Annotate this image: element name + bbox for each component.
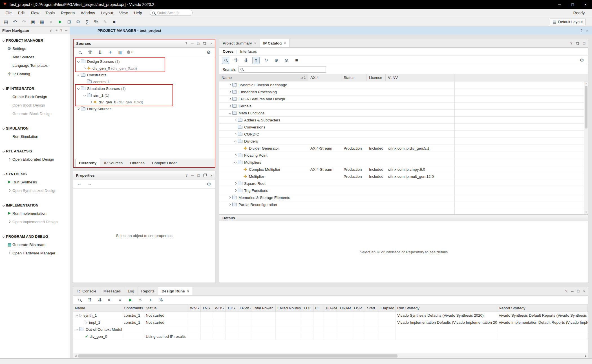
menu-tools[interactable]: Tools [42, 9, 58, 17]
scroll-right-icon[interactable]: ▶ [584, 354, 588, 358]
ip-search-input[interactable] [238, 66, 326, 73]
hierarchy-icon[interactable]: ⋔ [252, 57, 260, 64]
report-icon[interactable]: ▥ [117, 48, 124, 56]
source-tree-item-design-sources[interactable]: Design Sources(1) [74, 58, 215, 65]
expand-all-icon[interactable]: ⇊ [96, 48, 104, 56]
sidebar-menu-icon[interactable]: ≡ [56, 28, 58, 32]
chevron-right-icon[interactable] [233, 119, 238, 121]
ip-catalog-vertical-scrollbar[interactable]: ▲ ▼ [584, 81, 588, 214]
flow-section-header-ip-integrator[interactable]: IP INTEGRATOR [0, 85, 70, 92]
run-icon[interactable] [56, 18, 64, 26]
search-icon[interactable] [76, 296, 83, 304]
sources-tab-compile-order[interactable]: Compile Order [149, 159, 180, 167]
maximize-icon[interactable]: □ [198, 173, 200, 177]
flow-item-settings[interactable]: ⚙Settings [0, 44, 70, 53]
scroll-up-icon[interactable]: ▲ [584, 81, 588, 86]
chevron-right-icon[interactable] [7, 190, 12, 191]
paste-icon[interactable]: ▦ [38, 18, 46, 26]
close-icon[interactable]: × [586, 28, 588, 33]
chevron-right-icon[interactable] [227, 98, 232, 100]
source-tree-item-div-gen-0[interactable]: div_gen_0(div_gen_0.xci) [74, 99, 215, 105]
design-run-row-out-of-context-module-runs[interactable]: Out-of-Context Module Runs [73, 326, 588, 333]
tab-log[interactable]: Log [124, 287, 138, 295]
chevron-right-icon[interactable] [88, 101, 93, 103]
tab-tcl-console[interactable]: Tcl Console [73, 287, 100, 295]
chevron-down-icon[interactable] [76, 74, 81, 76]
ip-catalog-row-memories-storage-elements[interactable]: Memories & Storage Elements [219, 194, 588, 201]
close-icon[interactable]: × [210, 173, 213, 177]
flow-section-header-simulation[interactable]: SIMULATION [0, 125, 70, 132]
source-tree-item-utility-sources[interactable]: Utility Sources [74, 105, 215, 112]
chevron-down-icon[interactable] [1, 236, 6, 238]
layout-selector[interactable]: ▤ Default Layout [550, 19, 586, 25]
flow-item-run-synthesis[interactable]: Run Synthesis [0, 178, 70, 186]
minimize-icon[interactable]: ─ [191, 173, 194, 177]
collapse-all-icon[interactable]: ⇈ [232, 57, 239, 64]
chevron-down-icon[interactable] [1, 88, 6, 90]
ip-catalog-row-fpga-features-and-design[interactable]: FPGA Features and Design [219, 96, 588, 103]
step-forward-icon[interactable]: » [137, 296, 144, 304]
menu-help[interactable]: Help [131, 9, 145, 17]
flow-item-open-elaborated-design[interactable]: Open Elaborated Design [0, 155, 70, 163]
tab-reports[interactable]: Reports [138, 287, 158, 295]
menu-reports[interactable]: Reports [58, 9, 78, 17]
chevron-right-icon[interactable] [233, 133, 238, 135]
ip-catalog-row-adders-subtracters[interactable]: Adders & Subtracters [219, 117, 588, 124]
settings-icon[interactable]: ⚙ [205, 180, 213, 188]
tab-close-icon[interactable]: × [284, 41, 286, 45]
chevron-right-icon[interactable] [227, 204, 232, 205]
chevron-right-icon[interactable] [82, 67, 87, 69]
ip-catalog-row-partial-reconfiguration[interactable]: Partial Reconfiguration [219, 201, 588, 208]
tab-design-runs[interactable]: Design Runs× [158, 287, 193, 295]
add-icon[interactable]: + [107, 48, 114, 56]
column-header-bram[interactable]: BRAM [324, 305, 338, 312]
ip-catalog-row-square-root[interactable]: Square Root [219, 180, 588, 187]
column-header-vlnv[interactable]: VLNV [386, 74, 454, 81]
run-icon[interactable] [127, 296, 134, 304]
ip-catalog-row-divider-generator[interactable]: Divider GeneratorAXI4-StreamProductionIn… [219, 145, 588, 152]
flow-item-language-templates[interactable]: Language Templates [0, 61, 70, 70]
tab-close-icon[interactable]: × [187, 289, 189, 293]
ip-catalog-row-conversions[interactable]: Conversions [219, 124, 588, 131]
tab-messages[interactable]: Messages [100, 287, 125, 295]
chevron-right-icon[interactable] [227, 91, 232, 93]
flow-section-header-synthesis[interactable]: SYNTHESIS [0, 170, 70, 178]
chevron-down-icon[interactable] [1, 173, 6, 175]
float-icon[interactable] [203, 42, 206, 45]
close-icon[interactable]: × [210, 41, 212, 46]
help-icon[interactable]: ? [565, 289, 567, 293]
menu-edit[interactable]: Edit [15, 9, 28, 17]
search-icon[interactable] [222, 57, 229, 64]
forward-icon[interactable]: → [86, 180, 93, 188]
settings-icon[interactable]: ⚙ [205, 48, 212, 56]
search-icon[interactable] [76, 48, 83, 56]
chevron-down-icon[interactable] [227, 112, 232, 114]
properties-panel-header[interactable]: Properties ?─□× [73, 171, 215, 179]
column-header-failed-routes[interactable]: Failed Routes [276, 305, 302, 312]
scroll-left-icon[interactable]: ◀ [73, 354, 78, 358]
run-command-icon[interactable]: ↻ [262, 57, 270, 64]
column-header-lut[interactable]: LUT [302, 305, 313, 312]
flow-item-add-sources[interactable]: Add Sources [0, 53, 70, 61]
collapse-all-icon[interactable]: ⇈ [86, 296, 93, 304]
chevron-right-icon[interactable] [7, 221, 12, 223]
maximize-button[interactable]: □ [566, 0, 579, 9]
chevron-down-icon[interactable] [1, 150, 6, 152]
chevron-right-icon[interactable] [76, 108, 81, 110]
minimize-icon[interactable]: ─ [571, 289, 573, 293]
chevron-down-icon[interactable] [76, 88, 81, 89]
chevron-down-icon[interactable] [74, 314, 79, 316]
flow-item-run-implementation[interactable]: Run Implementation [0, 209, 70, 217]
close-icon[interactable]: × [583, 289, 585, 293]
help-icon[interactable]: ? [570, 41, 572, 45]
flow-item-open-hardware-manager[interactable]: Open Hardware Manager [0, 249, 70, 257]
copy-icon[interactable]: ▣ [29, 18, 37, 26]
ip-catalog-row-multiplier[interactable]: MultiplierProductionIncludedxilinx.com:i… [219, 173, 588, 180]
flow-item-ip-catalog[interactable]: IP Catalog [0, 70, 70, 78]
close-button[interactable]: × [579, 0, 592, 9]
subtab-interfaces[interactable]: Interfaces [240, 49, 257, 54]
column-header-ths[interactable]: THS [226, 305, 238, 312]
maximize-icon[interactable]: □ [583, 41, 585, 45]
tab-project-summary[interactable]: Project Summary× [219, 39, 260, 47]
chevron-down-icon[interactable] [74, 329, 79, 330]
